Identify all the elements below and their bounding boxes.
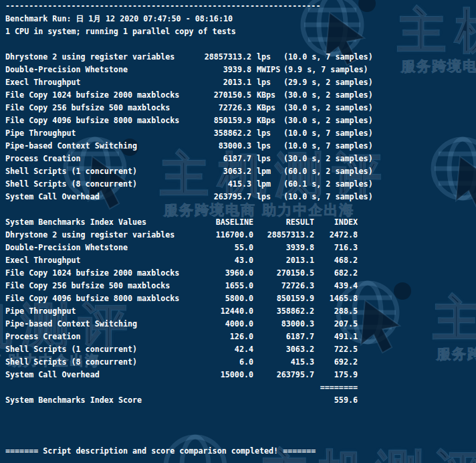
- result-value: 3063.2: [253, 343, 314, 356]
- benchmark-unit: KBps: [251, 89, 283, 102]
- benchmark-value: 3939.8: [182, 64, 251, 76]
- index-value: 1465.8: [314, 292, 358, 305]
- benchmark-detail: (30.0 s, 2 samples): [283, 102, 476, 114]
- benchmark-label: Dhrystone 2 using register variables: [5, 229, 182, 242]
- separator-line: ----------------------------------------…: [5, 0, 476, 13]
- result-value: 83000.3: [253, 318, 314, 331]
- benchmark-label: Pipe-based Context Switching: [5, 140, 182, 153]
- index-row: Double-Precision Whetstone55.03939.8716.…: [5, 242, 476, 254]
- benchmark-label: Pipe Throughput: [5, 127, 182, 140]
- benchmark-value: 850159.9: [182, 114, 251, 127]
- benchmark-detail: (60.0 s, 2 samples): [283, 165, 476, 178]
- index-row: File Copy 256 bufsize 500 maxblocks1655.…: [5, 280, 476, 292]
- result-row: Pipe-based Context Switching83000.3lps(1…: [5, 140, 476, 153]
- blank-line: [5, 420, 476, 432]
- index-row: Execl Throughput43.02013.1468.2: [5, 254, 476, 267]
- benchmark-label: Shell Scripts (1 concurrent): [5, 165, 182, 178]
- baseline-value: 15000.0: [182, 369, 253, 381]
- blank-line: [5, 432, 476, 445]
- benchmark-detail: (10.0 s, 7 samples): [283, 140, 476, 153]
- index-table-title: System Benchmarks Index Values: [5, 216, 182, 229]
- index-row: Pipe Throughput12440.0358862.2288.5: [5, 305, 476, 318]
- baseline-value: 42.4: [182, 343, 253, 356]
- index-table-header: System Benchmarks Index ValuesBASELINERE…: [5, 216, 476, 229]
- index-row: File Copy 1024 bufsize 2000 maxblocks396…: [5, 267, 476, 280]
- benchmark-label: Shell Scripts (1 concurrent): [5, 343, 182, 356]
- result-row: File Copy 256 bufsize 500 maxblocks72726…: [5, 102, 476, 114]
- benchmark-label: Execl Throughput: [5, 254, 182, 267]
- result-row: File Copy 1024 bufsize 2000 maxblocks270…: [5, 89, 476, 102]
- blank-line: [5, 203, 476, 216]
- baseline-value: 43.0: [182, 254, 253, 267]
- result-value: 2013.1: [253, 254, 314, 267]
- benchmark-unit: KBps: [251, 102, 283, 114]
- benchmark-value: 415.3: [182, 178, 251, 191]
- benchmark-value: 72726.3: [182, 102, 251, 114]
- blank-line: [5, 38, 476, 51]
- baseline-value: 4000.0: [182, 318, 253, 331]
- result-row: Double-Precision Whetstone3939.8MWIPS(9.…: [5, 64, 476, 76]
- benchmark-label: Process Creation: [5, 331, 182, 343]
- result-row: Shell Scripts (1 concurrent)3063.2lpm(60…: [5, 165, 476, 178]
- benchmark-label: System Call Overhead: [5, 369, 182, 381]
- result-row: Execl Throughput2013.1lps(29.9 s, 2 samp…: [5, 76, 476, 89]
- index-value: 207.5: [314, 318, 358, 331]
- baseline-value: 1655.0: [182, 280, 253, 292]
- blank-line: [5, 407, 476, 420]
- benchmark-unit: lpm: [251, 178, 283, 191]
- score-divider-row: ========: [5, 381, 476, 394]
- index-value: 716.3: [314, 242, 358, 254]
- benchmark-label: Process Creation: [5, 153, 182, 165]
- terminal-output: ----------------------------------------…: [0, 0, 476, 458]
- benchmark-label: Pipe Throughput: [5, 305, 182, 318]
- benchmark-value: 3063.2: [182, 165, 251, 178]
- baseline-value: 3960.0: [182, 267, 253, 280]
- benchmark-label: Shell Scripts (8 concurrent): [5, 178, 182, 191]
- result-value: 850159.9: [253, 292, 314, 305]
- result-value: 358862.2: [253, 305, 314, 318]
- result-column-header: RESULT: [253, 216, 314, 229]
- baseline-value: 116700.0: [182, 229, 253, 242]
- benchmark-detail: (30.0 s, 2 samples): [283, 89, 476, 102]
- result-row: Pipe Throughput358862.2lps(10.0 s, 7 sam…: [5, 127, 476, 140]
- benchmark-unit: lpm: [251, 165, 283, 178]
- benchmark-unit: lps: [251, 140, 283, 153]
- benchmark-value: 263795.7: [182, 191, 251, 203]
- baseline-column-header: BASELINE: [182, 216, 253, 229]
- benchmark-label: File Copy 1024 bufsize 2000 maxblocks: [5, 89, 182, 102]
- benchmark-detail: (9.9 s, 7 samples): [283, 64, 476, 76]
- index-row: Pipe-based Context Switching4000.083000.…: [5, 318, 476, 331]
- benchmark-detail: (30.0 s, 2 samples): [283, 114, 476, 127]
- benchmark-value: 2013.1: [182, 76, 251, 89]
- benchmark-label: Pipe-based Context Switching: [5, 318, 182, 331]
- index-row: File Copy 4096 bufsize 8000 maxblocks580…: [5, 292, 476, 305]
- index-value: 288.5: [314, 305, 358, 318]
- benchmark-unit: lps: [251, 51, 283, 64]
- result-row: System Call Overhead263795.7lps(10.0 s, …: [5, 191, 476, 203]
- result-value: 270150.5: [253, 267, 314, 280]
- result-value: 263795.7: [253, 369, 314, 381]
- benchmark-label: Execl Throughput: [5, 76, 182, 89]
- index-value: 439.4: [314, 280, 358, 292]
- benchmark-value: 6187.7: [182, 153, 251, 165]
- benchmark-detail: (10.0 s, 7 samples): [283, 191, 476, 203]
- baseline-value: 126.0: [182, 331, 253, 343]
- benchmark-detail: (29.9 s, 2 samples): [283, 76, 476, 89]
- benchmark-label: File Copy 4096 bufsize 8000 maxblocks: [5, 114, 182, 127]
- result-value: 72726.3: [253, 280, 314, 292]
- benchmark-unit: lps: [251, 191, 283, 203]
- benchmark-label: Double-Precision Whetstone: [5, 64, 182, 76]
- result-value: 415.3: [253, 356, 314, 369]
- score-label: System Benchmarks Index Score: [5, 394, 182, 407]
- benchmark-label: Dhrystone 2 using register variables: [5, 51, 182, 64]
- index-row: Dhrystone 2 using register variables1167…: [5, 229, 476, 242]
- index-value: 468.2: [314, 254, 358, 267]
- benchmark-label: File Copy 256 bufsize 500 maxblocks: [5, 280, 182, 292]
- result-row: Process Creation6187.7lps(30.0 s, 2 samp…: [5, 153, 476, 165]
- benchmark-value: 270150.5: [182, 89, 251, 102]
- benchmark-detail: (10.0 s, 7 samples): [283, 51, 476, 64]
- index-value: 175.9: [314, 369, 358, 381]
- benchmark-unit: lps: [251, 153, 283, 165]
- benchmark-unit: lps: [251, 76, 283, 89]
- baseline-value: 12440.0: [182, 305, 253, 318]
